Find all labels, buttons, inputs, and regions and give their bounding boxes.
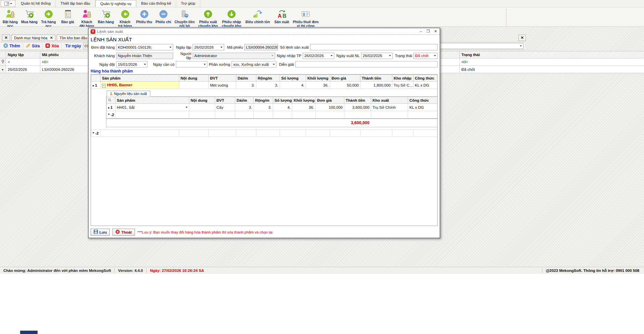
detail-tab-nguyen-lieu[interactable]: 1. Nguyên liệu sản xuất <box>107 91 150 97</box>
app-launcher-button[interactable] <box>1 0 15 7</box>
column-header-thanh-tien[interactable]: Thành tiền <box>344 97 371 104</box>
column-header-trang-thai[interactable]: Trạng thái <box>460 51 644 58</box>
ribbon-button-khach-tra-hang[interactable]: Khách trả hàng <box>115 8 135 28</box>
cell-dvt[interactable]: Cây <box>215 104 235 111</box>
menu-tab-quan-tri-he-thong[interactable]: Quản trị hệ thống <box>16 0 56 7</box>
cell-thanh-tien[interactable]: 1,800,000 <box>360 82 392 89</box>
ribbon-button-tra-hang-ncc[interactable]: Trả hàng ncc <box>39 8 58 28</box>
column-header-don-gia[interactable]: Đơn giá <box>330 75 360 82</box>
column-header-dvt[interactable]: ĐVT <box>209 75 236 82</box>
material-row[interactable]: ▸1 HH01, Sắt Cây 3. 3. 4. 36. 100,000 <box>107 104 438 111</box>
empty-cell[interactable] <box>235 111 254 118</box>
ribbon-button-phieu-thu[interactable]: Phiếu thu <box>135 8 154 24</box>
close-button[interactable]: ✕ <box>434 29 438 34</box>
exit-button[interactable]: Thoát <box>112 229 135 236</box>
empty-cell[interactable] <box>273 111 292 118</box>
empty-cell[interactable] <box>306 130 330 137</box>
add-button[interactable]: Thêm <box>3 43 23 49</box>
edit-button[interactable]: Sửa <box>25 43 43 49</box>
ribbon-button-phieu-xuat-chuyen-kho[interactable]: Phiếu xuất chuyển kho <box>196 8 220 28</box>
column-header-thanh-tien[interactable]: Thành tiền <box>360 75 392 82</box>
cell-thanh-tien[interactable]: 3,600,000 <box>344 104 371 111</box>
new-product-row[interactable]: * -2 <box>91 130 438 137</box>
column-header-don-gia[interactable]: Đơn giá <box>316 97 344 104</box>
empty-cell[interactable] <box>292 111 316 118</box>
column-header-kho-xuat[interactable]: Kho xuất <box>371 97 408 104</box>
filter-cell-trang-thai[interactable]: ABC <box>460 58 644 66</box>
save-button[interactable]: Lưu <box>91 229 110 236</box>
empty-cell[interactable] <box>371 111 408 118</box>
ribbon-button-khach-dat-hang[interactable]: Khách đặt hàng <box>77 8 96 28</box>
doc-tab-danh-muc-hang-hoa[interactable]: Danh mục hàng hóa ✕ <box>11 35 55 41</box>
close-tab-icon[interactable]: ✕ <box>50 36 53 40</box>
ribbon-button-san-xuat[interactable]: AB Sản xuất <box>272 8 291 24</box>
so-lenh-input[interactable] <box>310 44 438 50</box>
ribbon-button-dat-hang-ncc[interactable]: Đặt hàng ncc <box>1 8 20 28</box>
ribbon-button-chuyen-tien-noi-bo[interactable]: Chuyển tiền nội bộ <box>173 8 196 28</box>
empty-cell[interactable] <box>179 130 209 137</box>
empty-cell[interactable] <box>256 130 280 137</box>
column-header-san-pham[interactable]: Sản phẩm <box>101 75 179 82</box>
cell-don-gia[interactable]: 50,000 <box>330 82 360 89</box>
cell-rong[interactable]: 3. <box>254 104 273 111</box>
close-all-tabs-button[interactable]: ✕ <box>2 35 10 41</box>
ngay-xuat-nl-picker[interactable]: 26/02/2026 <box>361 53 393 59</box>
cell-kho-nhap[interactable]: Trụ Sở C... <box>392 82 413 89</box>
empty-cell[interactable] <box>254 111 273 118</box>
ngay-lap-picker[interactable]: 26/02/2026 <box>193 44 224 50</box>
empty-cell[interactable] <box>189 111 215 118</box>
empty-cell[interactable] <box>280 130 306 137</box>
collapse-icon[interactable]: − <box>102 84 106 88</box>
minimize-button[interactable]: – <box>419 29 423 34</box>
empty-cell[interactable] <box>408 111 438 118</box>
empty-cell[interactable] <box>344 111 371 118</box>
column-header-san-pham[interactable]: Sản phẩm <box>115 97 189 104</box>
menu-tab-quan-ly-nghiep-vu[interactable]: Quản lý nghiệp vụ <box>95 0 137 7</box>
cell-ngay-lap[interactable]: 26/02/2026 <box>6 66 40 73</box>
empty-cell[interactable] <box>316 111 344 118</box>
empty-cell[interactable] <box>101 130 179 137</box>
empty-cell[interactable] <box>330 130 360 137</box>
empty-cell[interactable] <box>392 130 413 137</box>
empty-cell[interactable] <box>115 111 189 118</box>
ribbon-button-mua-hang[interactable]: Mua hàng <box>20 8 39 24</box>
cell-noi-dung[interactable] <box>179 82 209 89</box>
search-corner[interactable] <box>107 97 115 104</box>
column-header-noi-dung[interactable]: Nội dung <box>179 75 209 82</box>
ngay-dat-picker[interactable]: 15/01/2026 <box>116 61 148 67</box>
column-header-dvt[interactable]: ĐVT <box>215 97 235 104</box>
column-header-kho-nhap[interactable]: Kho nhập <box>392 75 413 82</box>
cell-khoi-luong[interactable]: 36. <box>292 104 316 111</box>
column-header-dai[interactable]: Dài/m <box>236 75 256 82</box>
product-row[interactable]: ▸1 −HH05, Banner Mét vuông 3. 3. 4. 36. … <box>91 82 438 89</box>
cell-san-pham[interactable]: HH01, Sắt <box>115 104 189 111</box>
column-header-rong[interactable]: Rộng/m <box>256 75 280 82</box>
ribbon-button-phieu-chi[interactable]: Phiếu chi <box>154 8 173 24</box>
cell-dvt[interactable]: Mét vuông <box>209 82 236 89</box>
tabstrip-close-button[interactable]: ✕ <box>518 35 526 41</box>
menu-tab-bao-cao-thong-ke[interactable]: Báo cáo thống kê <box>136 0 176 7</box>
column-header-so-luong[interactable]: Số lượng <box>280 75 306 82</box>
cell-noi-dung[interactable] <box>189 104 215 111</box>
empty-cell[interactable] <box>215 111 235 118</box>
delete-button[interactable]: Xóa <box>45 43 62 49</box>
column-header-rong[interactable]: Rộng/m <box>254 97 273 104</box>
cell-cong-thuc[interactable]: KL x DG <box>413 82 438 89</box>
column-header-dai[interactable]: Dài/m <box>235 97 254 104</box>
new-material-row[interactable]: * -2 <box>107 111 438 118</box>
ribbon-button-dieu-chinh-ton[interactable]: Điều chỉnh tồn <box>243 8 272 24</box>
cell-cong-thuc[interactable]: KL x DG <box>408 104 438 111</box>
ribbon-button-ban-hang[interactable]: Bán hàng <box>96 8 115 24</box>
dialog-title-bar[interactable]: V Lệnh sản xuất – ❒ ✕ <box>89 28 440 35</box>
cell-dai[interactable]: 3. <box>235 104 254 111</box>
ribbon-button-phieu-thue-don-vi-thi-cong[interactable]: Phiếu thuê đơn vị thi công <box>291 8 320 28</box>
cell-kho-xuat[interactable]: Trụ Sở Chính <box>371 104 408 111</box>
empty-cell[interactable] <box>360 130 392 137</box>
cell-khoi-luong[interactable]: 36. <box>306 82 330 89</box>
menu-tab-thiet-lap-ban-dau[interactable]: Thiết lập ban đầu <box>56 0 95 7</box>
column-header-cong-thuc[interactable]: Công thức <box>413 75 438 82</box>
trang-thai-combo[interactable]: Đã chốt <box>413 53 438 59</box>
empty-cell[interactable] <box>236 130 256 137</box>
dien-giai-input[interactable] <box>295 61 438 67</box>
column-header-khoi-luong[interactable]: Khối lượng <box>306 75 330 82</box>
